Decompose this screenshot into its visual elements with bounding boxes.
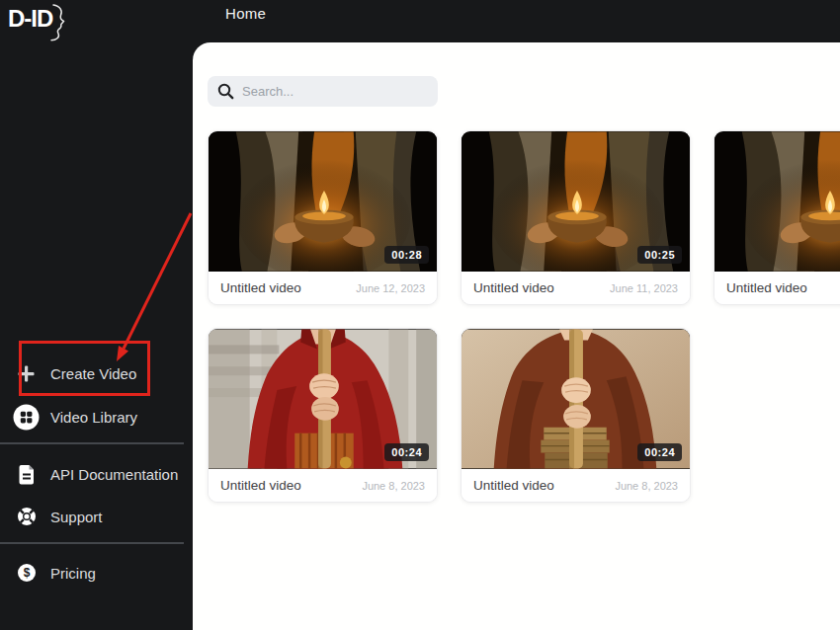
sidebar-divider xyxy=(0,442,184,444)
video-title: Untitled video xyxy=(473,280,554,295)
duration-badge: 00:28 xyxy=(384,246,429,264)
video-card-footer: Untitled video June 12, 2023 xyxy=(209,272,437,304)
search-input[interactable] xyxy=(242,84,428,99)
video-thumbnail: 00:25 xyxy=(462,131,690,272)
duration-badge: 00:25 xyxy=(637,246,682,264)
duration-badge: 00:24 xyxy=(637,443,682,461)
duration-badge: 00:24 xyxy=(384,443,429,461)
sidebar-item-video-library[interactable]: Video Library xyxy=(0,398,191,435)
sidebar: Create Video Video Library API Documenta… xyxy=(0,0,191,630)
sidebar-item-pricing[interactable]: $ Pricing xyxy=(0,554,191,591)
video-title: Untitled video xyxy=(473,478,554,493)
video-date: June 8, 2023 xyxy=(362,480,425,492)
video-date: June 8, 2023 xyxy=(615,480,678,492)
video-thumbnail: 00:28 xyxy=(209,131,437,272)
sidebar-item-create-video[interactable]: Create Video xyxy=(0,354,191,392)
sidebar-divider xyxy=(0,542,184,544)
dollar-icon: $ xyxy=(13,563,40,583)
video-thumbnail: 00:24 xyxy=(462,329,690,469)
video-card[interactable]: 00:28 Untitled video June 12, 2023 xyxy=(208,130,438,305)
video-card-footer: Untitled video June 8, 2023 xyxy=(209,469,437,502)
video-title: Untitled video xyxy=(220,280,301,295)
document-icon xyxy=(13,464,40,485)
video-card-footer: Untitled video June 11, 2023 xyxy=(462,272,690,304)
video-card[interactable]: Untitled video xyxy=(714,130,840,305)
video-card-footer: Untitled video June 8, 2023 xyxy=(462,469,690,502)
main-content-panel: 00:28 Untitled video June 12, 2023 00:25… xyxy=(193,42,840,630)
lifebuoy-icon xyxy=(13,507,40,526)
sidebar-item-label: Create Video xyxy=(50,365,136,382)
video-date: June 11, 2023 xyxy=(610,282,678,294)
video-date: June 12, 2023 xyxy=(356,282,425,294)
video-card[interactable]: 00:25 Untitled video June 11, 2023 xyxy=(461,130,691,305)
video-thumbnail: 00:24 xyxy=(209,329,437,469)
sidebar-item-label: Video Library xyxy=(50,409,137,426)
video-card[interactable]: 00:24 Untitled video June 8, 2023 xyxy=(208,328,438,503)
svg-text:$: $ xyxy=(23,566,30,580)
video-title: Untitled video xyxy=(726,280,807,295)
sidebar-item-support[interactable]: Support xyxy=(0,498,191,535)
search-box[interactable] xyxy=(208,76,438,107)
sidebar-item-label: Pricing xyxy=(50,565,96,582)
sidebar-item-label: API Documentation xyxy=(50,466,178,483)
search-icon xyxy=(217,83,234,100)
page-title: Home xyxy=(225,5,266,22)
plus-icon xyxy=(13,364,40,383)
grid-icon xyxy=(13,404,40,431)
video-thumbnail xyxy=(714,131,840,272)
sidebar-item-api-documentation[interactable]: API Documentation xyxy=(0,455,191,493)
video-card-footer: Untitled video xyxy=(714,272,840,304)
video-card[interactable]: 00:24 Untitled video June 8, 2023 xyxy=(461,328,691,503)
monk-lamp-thumbnail-image xyxy=(714,131,840,272)
sidebar-item-label: Support xyxy=(50,509,103,525)
video-title: Untitled video xyxy=(220,478,301,493)
